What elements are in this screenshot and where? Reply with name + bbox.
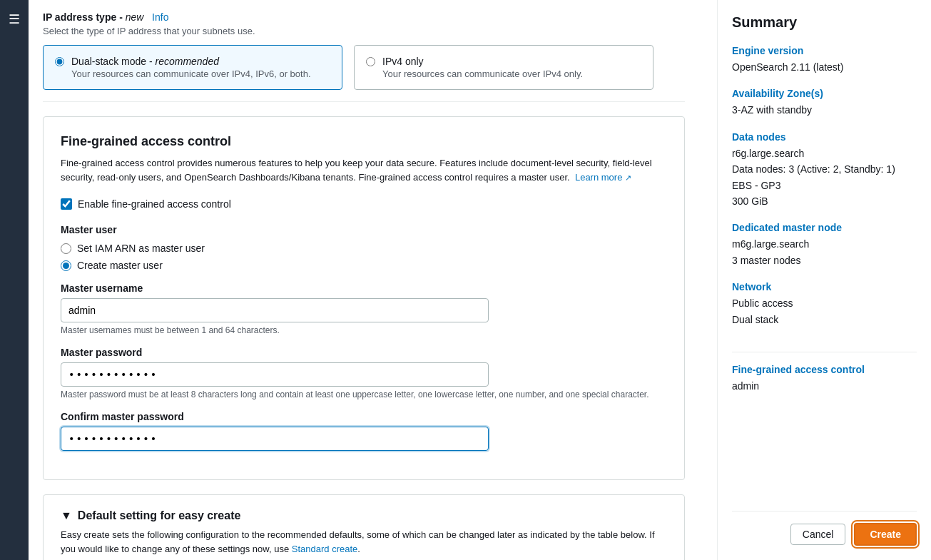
password-hint: Master password must be at least 8 chara… — [61, 390, 667, 399]
fgac-learn-more-link[interactable]: Learn more ↗ — [575, 172, 631, 183]
data-nodes-label: Data nodes — [732, 131, 917, 143]
default-desc: Easy create sets the following configura… — [61, 528, 667, 556]
default-section: ▼ Default setting for easy create Easy c… — [43, 494, 685, 560]
ip-option-ipv4[interactable]: IPv4 only Your resources can communicate… — [354, 45, 653, 90]
content-area: IP address type - new Info Select the ty… — [29, 0, 699, 560]
ip-subtitle: Select the type of IP address that your … — [43, 26, 685, 36]
fgac-desc-text: Fine-grained access control provides num… — [61, 158, 652, 183]
username-input[interactable] — [61, 298, 489, 322]
ip-ipv4-content: IPv4 only Your resources can communicate… — [382, 56, 583, 79]
fgac-section: Fine-grained access control Fine-grained… — [43, 116, 685, 480]
network-value-1: Public access — [732, 295, 917, 311]
fgac-enable-checkbox[interactable] — [61, 198, 72, 210]
ip-option-dual-stack[interactable]: Dual-stack mode - recommended Your resou… — [43, 45, 342, 90]
ip-dual-stack-radio[interactable] — [55, 57, 64, 66]
dedicated-master-label: Dedicated master node — [732, 222, 917, 233]
username-group: Master username Master usernames must be… — [61, 282, 667, 335]
cancel-button[interactable]: Cancel — [790, 524, 846, 545]
create-button[interactable]: Create — [854, 523, 917, 546]
master-user-radio-group: Set IAM ARN as master user Create master… — [61, 243, 667, 271]
ip-new-badge: new — [126, 11, 144, 23]
create-master-option[interactable]: Create master user — [61, 260, 667, 271]
fine-grained-label: Fine-grained access control — [732, 364, 917, 375]
summary-engine-version: Engine version OpenSearch 2.11 (latest) — [732, 45, 917, 75]
summary-divider — [732, 352, 917, 352]
ip-ipv4-desc: Your resources can communicate over IPv4… — [382, 68, 583, 79]
summary-dedicated-master: Dedicated master node m6g.large.search 3… — [732, 222, 917, 268]
external-link-icon: ↗ — [625, 173, 631, 182]
dedicated-master-value-2: 3 master nodes — [732, 253, 917, 268]
data-nodes-value-2: Data nodes: 3 (Active: 2, Standby: 1) — [732, 161, 917, 177]
fgac-enable-label[interactable]: Enable fine-grained access control — [78, 198, 231, 210]
engine-version-label: Engine version — [732, 45, 917, 56]
network-label: Network — [732, 281, 917, 292]
summary-title: Summary — [732, 14, 917, 31]
summary-data-nodes: Data nodes r6g.large.search Data nodes: … — [732, 131, 917, 210]
iam-arn-label: Set IAM ARN as master user — [77, 243, 205, 254]
fgac-enable-row: Enable fine-grained access control — [61, 198, 667, 210]
ip-title-text: IP address type — [43, 11, 116, 23]
summary-fine-grained: Fine-grained access control admin — [732, 364, 917, 394]
availability-zones-label: Availability Zone(s) — [732, 88, 917, 99]
master-user-heading: Master user — [61, 224, 667, 235]
data-nodes-value-3: EBS - GP3 — [732, 178, 917, 193]
password-group: Master password Master password must be … — [61, 347, 667, 399]
availability-zones-value: 3-AZ with standby — [732, 102, 917, 118]
engine-version-value: OpenSearch 2.11 (latest) — [732, 59, 917, 75]
ip-dual-stack-desc: Your resources can communicate over IPv4… — [71, 68, 311, 79]
summary-availability-zones: Availability Zone(s) 3-AZ with standby — [732, 88, 917, 118]
ip-address-section: IP address type - new Info Select the ty… — [43, 0, 685, 102]
ip-title: IP address type - new Info — [43, 11, 685, 23]
network-value-2: Dual stack — [732, 312, 917, 327]
default-title-text: Default setting for easy create — [78, 509, 241, 522]
iam-arn-radio[interactable] — [61, 243, 71, 254]
ip-ipv4-radio[interactable] — [366, 57, 375, 66]
confirm-password-input[interactable] — [61, 427, 489, 451]
standard-create-link[interactable]: Standard create — [292, 544, 358, 554]
summary-actions: Cancel Create — [732, 511, 917, 546]
hamburger-icon: ☰ — [9, 11, 20, 27]
ip-ipv4-label: IPv4 only — [382, 56, 583, 67]
main-content: IP address type - new Info Select the ty… — [29, 0, 717, 560]
fine-grained-value: admin — [732, 378, 917, 394]
dedicated-master-value-1: m6g.large.search — [732, 236, 917, 252]
ip-dual-stack-label: Dual-stack mode - recommended — [71, 56, 311, 67]
collapse-icon[interactable]: ▼ — [61, 509, 72, 522]
sidebar-toggle[interactable]: ☰ — [0, 0, 29, 560]
username-label: Master username — [61, 282, 667, 294]
username-hint: Master usernames must be between 1 and 6… — [61, 325, 667, 335]
ip-dual-stack-content: Dual-stack mode - recommended Your resou… — [71, 56, 311, 79]
iam-arn-option[interactable]: Set IAM ARN as master user — [61, 243, 667, 254]
default-title: ▼ Default setting for easy create — [61, 509, 667, 522]
create-master-label: Create master user — [77, 260, 163, 271]
ip-info-link[interactable]: Info — [152, 11, 168, 23]
fgac-desc: Fine-grained access control provides num… — [61, 156, 667, 184]
summary-panel: Summary Engine version OpenSearch 2.11 (… — [717, 0, 931, 560]
data-nodes-value-1: r6g.large.search — [732, 146, 917, 161]
fgac-title: Fine-grained access control — [61, 134, 667, 149]
password-label: Master password — [61, 347, 667, 358]
confirm-password-group: Confirm master password — [61, 411, 667, 451]
data-nodes-value-4: 300 GiB — [732, 193, 917, 209]
create-master-radio[interactable] — [61, 260, 71, 271]
password-input[interactable] — [61, 362, 489, 387]
ip-options: Dual-stack mode - recommended Your resou… — [43, 45, 685, 90]
summary-network: Network Public access Dual stack — [732, 281, 917, 327]
confirm-password-label: Confirm master password — [61, 411, 667, 422]
